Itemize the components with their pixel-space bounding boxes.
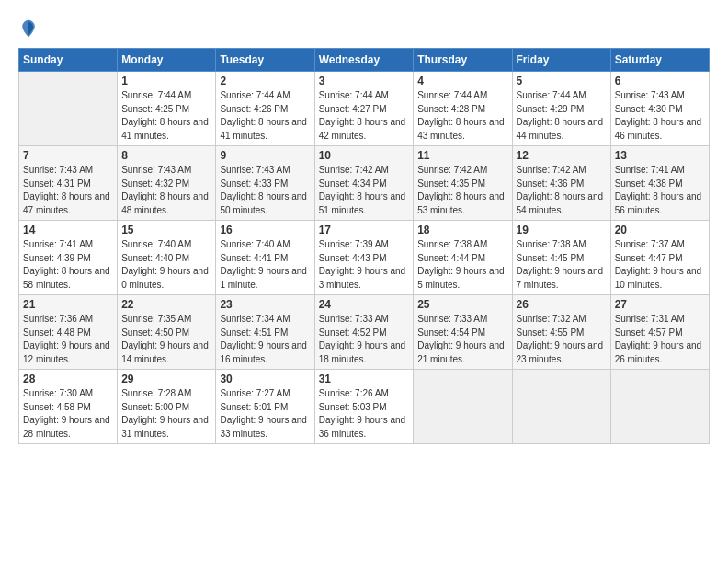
calendar-cell: 14Sunrise: 7:41 AMSunset: 4:39 PMDayligh… [19, 221, 118, 295]
day-number: 10 [319, 149, 410, 162]
day-number: 2 [220, 75, 310, 87]
day-number: 28 [23, 373, 113, 385]
calendar-header-monday: Monday [118, 49, 216, 72]
day-number: 9 [220, 149, 310, 162]
day-number: 26 [517, 298, 607, 311]
calendar-cell: 17Sunrise: 7:39 AMSunset: 4:43 PMDayligh… [314, 221, 414, 295]
day-info: Sunrise: 7:41 AMSunset: 4:39 PMDaylight:… [23, 238, 113, 292]
day-info: Sunrise: 7:27 AMSunset: 5:01 PMDaylight:… [220, 387, 310, 441]
day-number: 13 [615, 149, 705, 162]
calendar-cell: 21Sunrise: 7:36 AMSunset: 4:48 PMDayligh… [19, 295, 118, 370]
day-info: Sunrise: 7:37 AMSunset: 4:47 PMDaylight:… [615, 238, 705, 292]
calendar-cell: 11Sunrise: 7:42 AMSunset: 4:35 PMDayligh… [414, 146, 512, 221]
day-number: 16 [220, 224, 310, 236]
calendar-cell: 16Sunrise: 7:40 AMSunset: 4:41 PMDayligh… [216, 221, 314, 295]
day-info: Sunrise: 7:30 AMSunset: 4:58 PMDaylight:… [23, 387, 113, 441]
logo [18, 20, 37, 39]
calendar-cell: 9Sunrise: 7:43 AMSunset: 4:33 PMDaylight… [216, 146, 314, 221]
day-number: 27 [615, 298, 705, 311]
day-info: Sunrise: 7:38 AMSunset: 4:44 PMDaylight:… [417, 238, 507, 292]
calendar-header-row: SundayMondayTuesdayWednesdayThursdayFrid… [19, 49, 710, 72]
calendar-header-saturday: Saturday [610, 49, 709, 72]
day-number: 19 [517, 224, 607, 236]
calendar-week-row: 14Sunrise: 7:41 AMSunset: 4:39 PMDayligh… [19, 221, 710, 295]
calendar-cell: 13Sunrise: 7:41 AMSunset: 4:38 PMDayligh… [610, 146, 709, 221]
calendar-cell: 10Sunrise: 7:42 AMSunset: 4:34 PMDayligh… [314, 146, 414, 221]
calendar-cell: 19Sunrise: 7:38 AMSunset: 4:45 PMDayligh… [512, 221, 610, 295]
day-number: 4 [417, 75, 507, 87]
day-info: Sunrise: 7:42 AMSunset: 4:36 PMDaylight:… [517, 164, 607, 217]
day-number: 21 [23, 298, 113, 311]
logo-bird-icon [20, 18, 37, 39]
calendar-cell: 25Sunrise: 7:33 AMSunset: 4:54 PMDayligh… [414, 295, 512, 370]
calendar-header-sunday: Sunday [19, 49, 118, 72]
day-info: Sunrise: 7:31 AMSunset: 4:57 PMDaylight:… [615, 313, 705, 366]
calendar-cell [414, 370, 512, 444]
calendar-cell: 30Sunrise: 7:27 AMSunset: 5:01 PMDayligh… [216, 370, 314, 444]
day-info: Sunrise: 7:44 AMSunset: 4:28 PMDaylight:… [417, 89, 507, 143]
day-number: 24 [319, 298, 410, 311]
day-info: Sunrise: 7:36 AMSunset: 4:48 PMDaylight:… [23, 313, 113, 366]
calendar-cell: 15Sunrise: 7:40 AMSunset: 4:40 PMDayligh… [118, 221, 216, 295]
day-info: Sunrise: 7:34 AMSunset: 4:51 PMDaylight:… [220, 313, 310, 366]
calendar-cell: 7Sunrise: 7:43 AMSunset: 4:31 PMDaylight… [19, 146, 118, 221]
day-number: 11 [417, 149, 507, 162]
calendar-week-row: 1Sunrise: 7:44 AMSunset: 4:25 PMDaylight… [19, 72, 710, 146]
day-info: Sunrise: 7:26 AMSunset: 5:03 PMDaylight:… [319, 387, 410, 441]
day-info: Sunrise: 7:28 AMSunset: 5:00 PMDaylight:… [121, 387, 211, 441]
day-number: 29 [121, 373, 211, 385]
calendar-cell: 26Sunrise: 7:32 AMSunset: 4:55 PMDayligh… [512, 295, 610, 370]
calendar-cell: 1Sunrise: 7:44 AMSunset: 4:25 PMDaylight… [118, 72, 216, 146]
calendar-cell: 5Sunrise: 7:44 AMSunset: 4:29 PMDaylight… [512, 72, 610, 146]
calendar-cell: 29Sunrise: 7:28 AMSunset: 5:00 PMDayligh… [118, 370, 216, 444]
calendar-cell [19, 72, 118, 146]
day-info: Sunrise: 7:40 AMSunset: 4:40 PMDaylight:… [121, 238, 211, 292]
calendar-header-friday: Friday [512, 49, 610, 72]
calendar-cell: 18Sunrise: 7:38 AMSunset: 4:44 PMDayligh… [414, 221, 512, 295]
calendar-table: SundayMondayTuesdayWednesdayThursdayFrid… [18, 48, 710, 444]
calendar-cell: 31Sunrise: 7:26 AMSunset: 5:03 PMDayligh… [314, 370, 414, 444]
day-info: Sunrise: 7:43 AMSunset: 4:31 PMDaylight:… [23, 164, 113, 217]
day-info: Sunrise: 7:39 AMSunset: 4:43 PMDaylight:… [319, 238, 410, 292]
day-info: Sunrise: 7:44 AMSunset: 4:27 PMDaylight:… [319, 89, 410, 143]
day-number: 25 [417, 298, 507, 311]
day-info: Sunrise: 7:33 AMSunset: 4:52 PMDaylight:… [319, 313, 410, 366]
day-info: Sunrise: 7:42 AMSunset: 4:35 PMDaylight:… [417, 164, 507, 217]
day-info: Sunrise: 7:35 AMSunset: 4:50 PMDaylight:… [121, 313, 211, 366]
day-number: 17 [319, 224, 410, 236]
calendar-cell: 6Sunrise: 7:43 AMSunset: 4:30 PMDaylight… [610, 72, 709, 146]
day-info: Sunrise: 7:44 AMSunset: 4:26 PMDaylight:… [220, 89, 310, 143]
day-info: Sunrise: 7:44 AMSunset: 4:29 PMDaylight:… [517, 89, 607, 143]
day-info: Sunrise: 7:43 AMSunset: 4:33 PMDaylight:… [220, 164, 310, 217]
day-number: 14 [23, 224, 113, 236]
day-info: Sunrise: 7:41 AMSunset: 4:38 PMDaylight:… [615, 164, 705, 217]
calendar-header-tuesday: Tuesday [216, 49, 314, 72]
day-number: 8 [121, 149, 211, 162]
calendar-cell: 2Sunrise: 7:44 AMSunset: 4:26 PMDaylight… [216, 72, 314, 146]
day-number: 15 [121, 224, 211, 236]
day-number: 20 [615, 224, 705, 236]
calendar-header-wednesday: Wednesday [314, 49, 414, 72]
day-info: Sunrise: 7:38 AMSunset: 4:45 PMDaylight:… [517, 238, 607, 292]
calendar-cell: 20Sunrise: 7:37 AMSunset: 4:47 PMDayligh… [610, 221, 709, 295]
calendar-week-row: 7Sunrise: 7:43 AMSunset: 4:31 PMDaylight… [19, 146, 710, 221]
calendar-cell [610, 370, 709, 444]
calendar-cell [512, 370, 610, 444]
day-number: 5 [517, 75, 607, 87]
calendar-cell: 23Sunrise: 7:34 AMSunset: 4:51 PMDayligh… [216, 295, 314, 370]
day-info: Sunrise: 7:44 AMSunset: 4:25 PMDaylight:… [121, 89, 211, 143]
day-info: Sunrise: 7:40 AMSunset: 4:41 PMDaylight:… [220, 238, 310, 292]
day-number: 3 [319, 75, 410, 87]
calendar-cell: 24Sunrise: 7:33 AMSunset: 4:52 PMDayligh… [314, 295, 414, 370]
calendar-cell: 28Sunrise: 7:30 AMSunset: 4:58 PMDayligh… [19, 370, 118, 444]
day-info: Sunrise: 7:43 AMSunset: 4:30 PMDaylight:… [615, 89, 705, 143]
calendar-cell: 8Sunrise: 7:43 AMSunset: 4:32 PMDaylight… [118, 146, 216, 221]
calendar-cell: 22Sunrise: 7:35 AMSunset: 4:50 PMDayligh… [118, 295, 216, 370]
calendar-cell: 12Sunrise: 7:42 AMSunset: 4:36 PMDayligh… [512, 146, 610, 221]
page: SundayMondayTuesdayWednesdayThursdayFrid… [0, 0, 728, 454]
day-info: Sunrise: 7:32 AMSunset: 4:55 PMDaylight:… [517, 313, 607, 366]
day-number: 1 [121, 75, 211, 87]
day-info: Sunrise: 7:43 AMSunset: 4:32 PMDaylight:… [121, 164, 211, 217]
day-number: 30 [220, 373, 310, 385]
header [18, 17, 710, 39]
